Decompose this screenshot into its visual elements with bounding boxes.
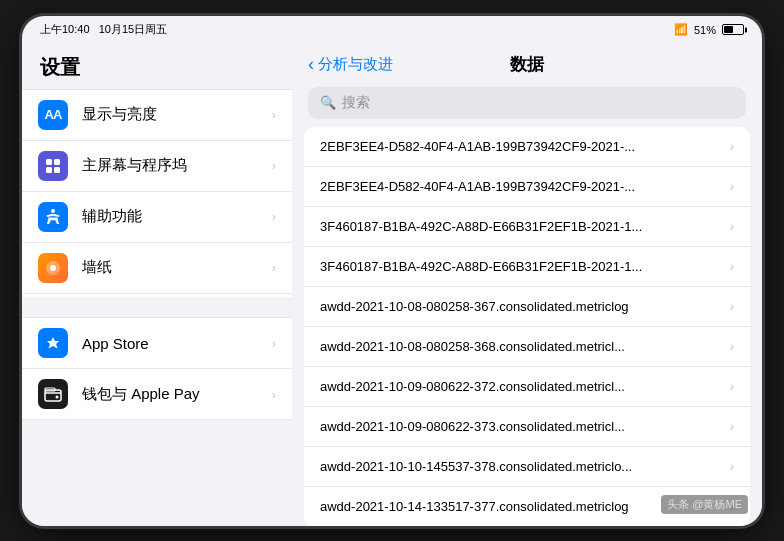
data-item-chevron-icon: › bbox=[730, 299, 734, 314]
data-list: 2EBF3EE4-D582-40F4-A1AB-199B73942CF9-202… bbox=[304, 127, 750, 526]
search-icon: 🔍 bbox=[320, 95, 336, 110]
right-panel-title: 数据 bbox=[510, 53, 544, 76]
status-time: 上午10:40 10月15日周五 bbox=[40, 22, 167, 37]
svg-point-5 bbox=[50, 265, 56, 271]
svg-rect-3 bbox=[54, 167, 60, 173]
chevron-icon: › bbox=[272, 387, 276, 402]
homescreen-icon bbox=[38, 151, 68, 181]
data-item-chevron-icon: › bbox=[730, 139, 734, 154]
battery-icon bbox=[722, 24, 744, 35]
sidebar-item-siri[interactable]: Siri 与搜索 › bbox=[22, 294, 292, 298]
svg-rect-0 bbox=[46, 159, 52, 165]
search-bar[interactable]: 🔍 搜索 bbox=[308, 87, 746, 119]
data-list-item[interactable]: awdd-2021-10-09-080622-373.consolidated.… bbox=[304, 407, 750, 447]
svg-rect-13 bbox=[45, 390, 61, 401]
back-chevron-icon: ‹ bbox=[308, 54, 314, 75]
sidebar-divider bbox=[22, 297, 292, 317]
data-item-text: awdd-2021-10-10-145537-378.consolidated.… bbox=[320, 459, 726, 474]
accessibility-icon bbox=[38, 202, 68, 232]
data-item-text: awdd-2021-10-08-080258-367.consolidated.… bbox=[320, 299, 726, 314]
sidebar-label-display: 显示与亮度 bbox=[82, 105, 258, 124]
status-right: 📶 51% bbox=[674, 23, 744, 36]
status-bar: 上午10:40 10月15日周五 📶 51% bbox=[22, 16, 762, 44]
sidebar-item-appstore[interactable]: App Store › bbox=[22, 317, 292, 369]
data-item-text: 2EBF3EE4-D582-40F4-A1AB-199B73942CF9-202… bbox=[320, 139, 726, 154]
data-item-chevron-icon: › bbox=[730, 259, 734, 274]
chevron-icon: › bbox=[272, 209, 276, 224]
sidebar-label-accessibility: 辅助功能 bbox=[82, 207, 258, 226]
data-list-item[interactable]: awdd-2021-10-08-080258-368.consolidated.… bbox=[304, 327, 750, 367]
chevron-icon: › bbox=[272, 107, 276, 122]
data-list-item[interactable]: awdd-2021-10-10-145537-378.consolidated.… bbox=[304, 447, 750, 487]
back-label: 分析与改进 bbox=[318, 55, 393, 74]
sidebar-item-wallet[interactable]: 钱包与 Apple Pay › bbox=[22, 369, 292, 420]
data-item-chevron-icon: › bbox=[730, 379, 734, 394]
data-item-text: awdd-2021-10-08-080258-368.consolidated.… bbox=[320, 339, 726, 354]
battery-percent: 51% bbox=[694, 24, 716, 36]
svg-rect-2 bbox=[46, 167, 52, 173]
svg-point-15 bbox=[56, 395, 59, 398]
chevron-icon: › bbox=[272, 260, 276, 275]
svg-point-4 bbox=[51, 209, 55, 213]
data-item-chevron-icon: › bbox=[730, 219, 734, 234]
header-wrapper: ‹ 分析与改进 数据 bbox=[308, 54, 746, 75]
sidebar-item-homescreen[interactable]: 主屏幕与程序坞 › bbox=[22, 141, 292, 192]
sidebar-label-wallpaper: 墙纸 bbox=[82, 258, 258, 277]
svg-rect-1 bbox=[54, 159, 60, 165]
watermark: 头条 @黄杨ME bbox=[661, 495, 748, 514]
data-list-item[interactable]: 2EBF3EE4-D582-40F4-A1AB-199B73942CF9-202… bbox=[304, 167, 750, 207]
back-button[interactable]: ‹ 分析与改进 bbox=[308, 54, 393, 75]
data-list-item[interactable]: awdd-2021-10-08-080258-367.consolidated.… bbox=[304, 287, 750, 327]
sidebar-label-wallet: 钱包与 Apple Pay bbox=[82, 385, 258, 404]
data-item-text: awdd-2021-10-09-080622-372.consolidated.… bbox=[320, 379, 726, 394]
data-list-item[interactable]: 3F460187-B1BA-492C-A88D-E66B31F2EF1B-202… bbox=[304, 207, 750, 247]
search-placeholder: 搜索 bbox=[342, 94, 370, 112]
right-panel: ‹ 分析与改进 数据 🔍 搜索 2EBF3EE4-D582-40F4-A1AB-… bbox=[292, 44, 762, 526]
battery-fill bbox=[724, 26, 733, 33]
appstore-icon bbox=[38, 328, 68, 358]
sidebar-item-accessibility[interactable]: 辅助功能 › bbox=[22, 192, 292, 243]
data-item-chevron-icon: › bbox=[730, 419, 734, 434]
sidebar-title: 设置 bbox=[22, 44, 292, 89]
sidebar: 设置 AA 显示与亮度 › bbox=[22, 44, 292, 526]
sidebar-bottom-list: App Store › 钱包与 Apple Pay › bbox=[22, 317, 292, 526]
data-item-text: awdd-2021-10-09-080622-373.consolidated.… bbox=[320, 419, 726, 434]
data-list-item[interactable]: 2EBF3EE4-D582-40F4-A1AB-199B73942CF9-202… bbox=[304, 127, 750, 167]
data-item-text: 3F460187-B1BA-492C-A88D-E66B31F2EF1B-202… bbox=[320, 219, 726, 234]
data-item-text: 2EBF3EE4-D582-40F4-A1AB-199B73942CF9-202… bbox=[320, 179, 726, 194]
sidebar-label-appstore: App Store bbox=[82, 335, 258, 352]
right-header: ‹ 分析与改进 数据 bbox=[292, 44, 762, 83]
wallet-icon bbox=[38, 379, 68, 409]
content-area: 设置 AA 显示与亮度 › bbox=[22, 44, 762, 526]
wifi-icon: 📶 bbox=[674, 23, 688, 36]
data-item-chevron-icon: › bbox=[730, 459, 734, 474]
chevron-icon: › bbox=[272, 158, 276, 173]
data-list-item[interactable]: 3F460187-B1BA-492C-A88D-E66B31F2EF1B-202… bbox=[304, 247, 750, 287]
data-item-chevron-icon: › bbox=[730, 179, 734, 194]
sidebar-list: AA 显示与亮度 › 主屏幕与程序坞 › bbox=[22, 89, 292, 298]
device-frame: 上午10:40 10月15日周五 📶 51% 设置 AA 显示与亮度 › bbox=[22, 16, 762, 526]
sidebar-item-display[interactable]: AA 显示与亮度 › bbox=[22, 89, 292, 141]
display-icon: AA bbox=[38, 100, 68, 130]
chevron-icon: › bbox=[272, 336, 276, 351]
data-item-text: 3F460187-B1BA-492C-A88D-E66B31F2EF1B-202… bbox=[320, 259, 726, 274]
sidebar-label-homescreen: 主屏幕与程序坞 bbox=[82, 156, 258, 175]
wallpaper-icon bbox=[38, 253, 68, 283]
data-list-item[interactable]: awdd-2021-10-09-080622-372.consolidated.… bbox=[304, 367, 750, 407]
data-item-chevron-icon: › bbox=[730, 339, 734, 354]
sidebar-item-wallpaper[interactable]: 墙纸 › bbox=[22, 243, 292, 294]
